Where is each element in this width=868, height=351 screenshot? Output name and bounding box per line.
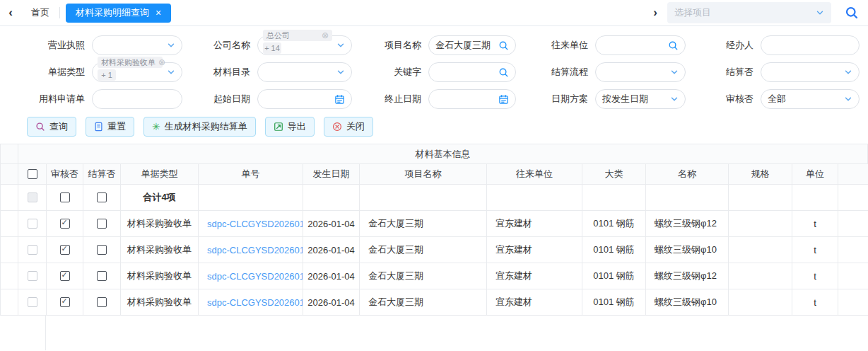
doc-type-field[interactable]: 材料采购验收单⊗ + 1 — [92, 62, 182, 82]
calendar-icon[interactable] — [498, 94, 509, 105]
chevron-down-icon — [844, 68, 852, 76]
export-button[interactable]: 导出 — [265, 117, 315, 137]
tabs-scroll-right-icon[interactable]: › — [643, 6, 667, 20]
summary-empty-cell — [303, 185, 360, 211]
global-search-icon[interactable] — [841, 6, 862, 20]
column-header-4: 发生日期 — [303, 164, 360, 185]
row-select-checkbox[interactable] — [28, 245, 37, 255]
column-header-10: 单位 — [792, 164, 838, 185]
end-date-field[interactable] — [428, 89, 516, 109]
chevron-down-icon — [167, 68, 175, 76]
keyword-label: 关键字 — [359, 62, 421, 82]
calendar-icon[interactable] — [334, 94, 345, 105]
unit-cell: t — [792, 237, 838, 263]
reset-button[interactable]: 重置 — [86, 117, 134, 137]
business-license-field[interactable] — [92, 35, 182, 55]
partner-unit-field[interactable] — [595, 35, 686, 55]
row-select-cell[interactable] — [18, 263, 47, 289]
unit-cell: t — [792, 263, 838, 289]
material-name-cell: 螺纹三级钢φ10 — [646, 289, 729, 316]
query-button[interactable]: 查询 — [27, 117, 76, 137]
close-button[interactable]: 关闭 — [324, 117, 373, 137]
handler-label: 经办人 — [693, 35, 753, 55]
tab-divider — [59, 7, 60, 18]
doc-no-link[interactable]: sdpc-CLCGYSD20260104 — [207, 219, 303, 229]
settlement-process-field[interactable] — [595, 62, 686, 82]
tab-home[interactable]: 首页 — [21, 6, 59, 19]
audited-checkbox[interactable] — [60, 245, 70, 255]
row-select-checkbox[interactable] — [28, 271, 37, 281]
settled-cell — [83, 289, 121, 316]
tab-material-purchase-query[interactable]: 材料采购明细查询 × — [66, 4, 171, 23]
material-name-cell: 螺纹三级钢φ10 — [646, 237, 729, 263]
handler-field[interactable] — [761, 35, 860, 55]
material-catalog-field[interactable] — [257, 62, 352, 82]
doc-no-link[interactable]: sdpc-CLCGYSD20260105 — [207, 297, 303, 308]
company-name-tag[interactable]: 总公司⊗ — [263, 30, 332, 41]
row-end-spacer — [838, 211, 868, 237]
summary-settled-cell — [83, 185, 121, 211]
spec-cell — [729, 289, 792, 316]
start-date-field[interactable] — [257, 89, 352, 109]
row-select-cell[interactable] — [18, 211, 47, 237]
search-icon — [35, 122, 45, 132]
doc-type-tag[interactable]: 材料采购验收单⊗ — [98, 57, 163, 68]
category-cell: 0101 钢筋 — [582, 211, 646, 237]
doc-no-cell[interactable]: sdpc-CLCGYSD20260104 — [199, 211, 303, 237]
column-header-9: 规格 — [729, 164, 792, 185]
search-icon[interactable] — [498, 67, 509, 78]
row-select-checkbox — [28, 192, 37, 202]
doc-no-link[interactable]: sdpc-CLCGYSD20260105 — [207, 271, 303, 282]
row-select-checkbox[interactable] — [28, 219, 37, 229]
row-end-spacer — [838, 289, 868, 316]
tabs-scroll-left-icon[interactable]: ‹ — [0, 6, 21, 20]
remove-tag-icon[interactable]: ⊗ — [322, 30, 329, 41]
row-select-cell[interactable] — [18, 289, 47, 316]
row-select-cell[interactable] — [18, 237, 47, 263]
tab-close-icon[interactable]: × — [156, 8, 161, 18]
date-scheme-value: 按发生日期 — [602, 93, 667, 105]
audited-cell — [47, 289, 83, 316]
partner-cell: 宜东建材 — [487, 211, 582, 237]
date-cell: 2026-01-04 — [303, 263, 360, 289]
column-header-6: 往来单位 — [487, 164, 582, 185]
doc-no-cell[interactable]: sdpc-CLCGYSD20260104 — [199, 237, 303, 263]
summary-empty-cell — [360, 185, 487, 211]
audited-flag-field[interactable]: 全部 — [761, 89, 860, 109]
date-scheme-field[interactable]: 按发生日期 — [595, 89, 686, 109]
table-row: 材料采购验收单sdpc-CLCGYSD202601042026-01-04金石大… — [1, 237, 868, 263]
doc-no-link[interactable]: sdpc-CLCGYSD20260104 — [207, 245, 303, 255]
settled-checkbox[interactable] — [97, 245, 107, 255]
summary-empty-cell — [646, 185, 729, 211]
doc-type-cell: 材料采购验收单 — [121, 263, 199, 289]
search-icon[interactable] — [668, 40, 679, 51]
doc-no-cell[interactable]: sdpc-CLCGYSD20260105 — [199, 263, 303, 289]
keyword-field[interactable] — [428, 62, 516, 82]
settled-checkbox[interactable] — [97, 297, 107, 307]
audited-checkbox[interactable] — [60, 271, 70, 281]
project-name-field[interactable]: 金石大厦三期 — [428, 35, 516, 55]
search-icon[interactable] — [498, 40, 509, 51]
audited-checkbox[interactable] — [60, 219, 70, 229]
row-handle — [1, 289, 18, 316]
spec-cell — [729, 237, 792, 263]
settlement-process-label: 结算流程 — [523, 62, 588, 82]
settled-checkbox[interactable] — [97, 219, 107, 229]
summary-empty-cell — [487, 185, 582, 211]
export-button-label: 导出 — [288, 120, 306, 133]
doc-no-cell[interactable]: sdpc-CLCGYSD20260105 — [199, 289, 303, 316]
chevron-down-icon — [844, 95, 852, 103]
settled-checkbox[interactable] — [97, 271, 107, 281]
material-request-field[interactable] — [92, 89, 182, 109]
remove-tag-icon[interactable]: ⊗ — [158, 57, 165, 68]
select-all-checkbox[interactable] — [28, 169, 37, 179]
settled-flag-field[interactable] — [761, 62, 860, 82]
audited-checkbox[interactable] — [60, 192, 70, 202]
project-select[interactable]: 选择项目 — [667, 2, 831, 23]
audited-checkbox[interactable] — [60, 297, 70, 307]
generate-settlement-button[interactable]: ✳ 生成材料采购结算单 — [143, 117, 256, 137]
select-all-cell[interactable] — [18, 164, 47, 185]
row-select-checkbox[interactable] — [28, 297, 37, 307]
company-name-field[interactable]: 总公司⊗ + 14 — [257, 35, 352, 55]
settled-checkbox[interactable] — [97, 192, 107, 202]
